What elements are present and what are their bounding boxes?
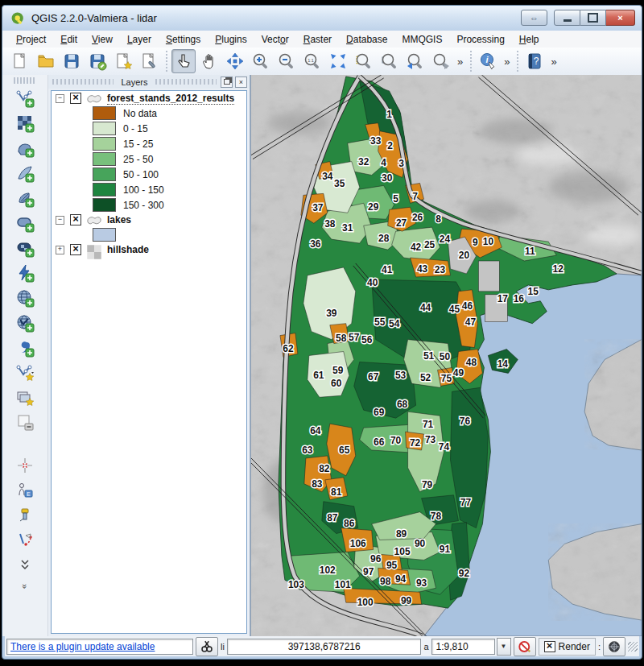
new-project-icon[interactable] bbox=[8, 49, 32, 73]
layer-visibility-checkbox[interactable]: × bbox=[70, 214, 81, 225]
new-composer-icon[interactable] bbox=[111, 49, 135, 73]
stand-label-10: 10 bbox=[483, 236, 494, 247]
plugin-update-link[interactable]: There is a plugin update available bbox=[10, 641, 155, 652]
menu-raster[interactable]: Raster bbox=[296, 32, 339, 47]
layer-name[interactable]: lakes bbox=[107, 214, 131, 225]
zoom-layer-icon[interactable] bbox=[378, 49, 402, 73]
zoom-next-icon[interactable] bbox=[429, 49, 453, 73]
maximize-button[interactable] bbox=[580, 10, 606, 26]
layer-name[interactable]: hillshade bbox=[107, 244, 149, 255]
stand-label-12: 12 bbox=[553, 263, 564, 275]
stand-label-91: 91 bbox=[440, 544, 451, 555]
render-toggle[interactable]: × Render bbox=[539, 638, 596, 656]
map-canvas[interactable]: 1234578910111214151617202324252627282930… bbox=[250, 75, 642, 636]
add-oracle-layer-icon[interactable] bbox=[14, 213, 35, 234]
add-vector-layer-icon[interactable] bbox=[14, 88, 35, 109]
legend-swatch bbox=[93, 137, 116, 151]
add-wms-layer-icon[interactable] bbox=[14, 287, 35, 308]
move-icon[interactable] bbox=[223, 49, 247, 73]
layers-panel-titlebar[interactable]: Layers × bbox=[48, 75, 250, 89]
layer-row-forest_stands_2012_results[interactable]: −×forest_stands_2012_results bbox=[52, 91, 246, 105]
legend-swatch bbox=[93, 198, 116, 212]
title-bar[interactable]: QGIS 2.2.0-Valmiera - lidar ⇔ × bbox=[2, 6, 642, 31]
touch-icon[interactable] bbox=[171, 49, 196, 73]
menu-view[interactable]: View bbox=[85, 32, 120, 47]
node-tool-icon[interactable] bbox=[14, 530, 35, 551]
float-panel-button[interactable] bbox=[221, 77, 233, 88]
menu-settings[interactable]: Settings bbox=[159, 32, 208, 47]
layer-expander[interactable]: − bbox=[56, 94, 64, 103]
add-wcs-layer-icon[interactable] bbox=[14, 263, 35, 283]
stand-label-76: 76 bbox=[460, 416, 471, 427]
close-panel-button[interactable]: × bbox=[235, 77, 247, 88]
close-button[interactable]: × bbox=[606, 10, 635, 26]
layer-expander[interactable]: + bbox=[56, 246, 64, 254]
add-delimited-text-layer-icon[interactable] bbox=[14, 337, 35, 358]
layer-visibility-checkbox[interactable]: × bbox=[70, 93, 81, 104]
help-contents-icon[interactable]: ? bbox=[522, 49, 547, 73]
save-project-as-icon[interactable] bbox=[85, 49, 109, 73]
identify-icon[interactable]: i bbox=[476, 49, 500, 73]
add-mssql-layer-icon[interactable] bbox=[14, 188, 35, 209]
add-postgis-layer-icon[interactable] bbox=[14, 138, 35, 159]
open-project-icon[interactable] bbox=[34, 49, 58, 73]
remove-layer-icon[interactable] bbox=[14, 412, 35, 433]
zoom-out-icon[interactable] bbox=[275, 49, 299, 73]
save-project-icon[interactable] bbox=[60, 49, 84, 73]
menu-processing[interactable]: Processing bbox=[449, 32, 511, 47]
label-tool-icon[interactable] bbox=[14, 455, 35, 476]
menu-mmqgis[interactable]: MMQGIS bbox=[394, 32, 449, 47]
zoom-selection-icon[interactable] bbox=[352, 49, 376, 73]
menu-help[interactable]: Help bbox=[512, 32, 547, 47]
layer-visibility-checkbox[interactable]: × bbox=[70, 244, 81, 255]
menu-plugins[interactable]: Plugins bbox=[208, 32, 254, 47]
zoom-last-icon[interactable] bbox=[403, 49, 427, 73]
stand-label-53: 53 bbox=[395, 370, 407, 381]
new-print-composer-icon[interactable] bbox=[14, 387, 35, 408]
add-db2-layer-icon[interactable] bbox=[14, 238, 35, 259]
style-tool-icon[interactable] bbox=[14, 505, 35, 526]
pan-map-icon[interactable] bbox=[197, 49, 221, 73]
stand-label-11: 11 bbox=[525, 246, 535, 257]
menu-database[interactable]: Database bbox=[339, 32, 394, 47]
minimize-button[interactable] bbox=[554, 10, 580, 26]
add-wfs-layer-icon[interactable] bbox=[14, 312, 35, 333]
render-checkbox[interactable]: × bbox=[544, 641, 555, 652]
measure-tool-icon[interactable]: E bbox=[14, 480, 35, 501]
plugin-update-box: There is a plugin update available bbox=[6, 639, 193, 655]
restore-arrows-button[interactable]: ⇔ bbox=[521, 10, 547, 26]
layer-name[interactable]: forest_stands_2012_results bbox=[107, 93, 234, 105]
toolbar-overflow-button[interactable]: » bbox=[454, 56, 466, 68]
layer-expander[interactable]: − bbox=[56, 216, 64, 225]
statusbar-separator: : bbox=[598, 642, 601, 652]
stand-label-72: 72 bbox=[410, 437, 421, 449]
coordinate-display[interactable]: 397138,6787216 bbox=[227, 639, 422, 655]
plugin-manager-button[interactable] bbox=[196, 637, 218, 656]
zoom-full-icon[interactable] bbox=[326, 49, 350, 73]
scale-dropdown-button[interactable]: ▼ bbox=[497, 638, 511, 656]
layer-row-lakes[interactable]: −×lakes bbox=[52, 213, 246, 227]
menu-project[interactable]: Project bbox=[9, 32, 53, 47]
composer-manager-icon[interactable] bbox=[137, 49, 161, 73]
new-shapefile-layer-icon[interactable] bbox=[14, 362, 35, 383]
layer-row-hillshade[interactable]: +×hillshade bbox=[52, 242, 246, 257]
panel-grip bbox=[52, 79, 114, 85]
stand-label-48: 48 bbox=[466, 357, 477, 368]
add-raster-layer-icon[interactable] bbox=[14, 113, 35, 134]
add-spatialite-layer-icon[interactable] bbox=[14, 163, 35, 184]
toolbar-grip[interactable] bbox=[14, 77, 36, 84]
zoom-native-icon[interactable]: 1:1 bbox=[300, 49, 324, 73]
toolbar-expand-chevron[interactable]: » bbox=[20, 563, 30, 608]
scale-input[interactable]: 1:9,810 bbox=[431, 639, 495, 655]
zoom-in-icon[interactable] bbox=[249, 49, 273, 73]
resize-grip[interactable] bbox=[628, 642, 638, 652]
menu-vector[interactable]: Vector bbox=[254, 32, 296, 47]
toolbar-separator bbox=[468, 51, 473, 72]
menu-edit[interactable]: Edit bbox=[53, 32, 85, 47]
stop-rendering-button[interactable] bbox=[514, 637, 536, 656]
toolbar-overflow-button[interactable]: » bbox=[547, 56, 559, 68]
menu-layer[interactable]: Layer bbox=[120, 32, 159, 47]
legend-class-row: 50 - 100 bbox=[52, 167, 246, 182]
crs-status-button[interactable] bbox=[603, 637, 625, 656]
toolbar-overflow-button[interactable]: » bbox=[501, 56, 513, 68]
